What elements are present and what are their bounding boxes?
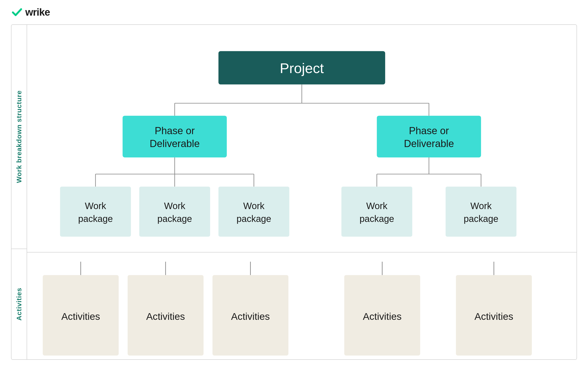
wbs-label-section: Work breakdown structure [11,25,27,249]
svg-rect-26 [445,187,516,237]
svg-text:package: package [78,214,113,224]
activities-section: Activities Activities Activities Activit… [27,252,577,360]
svg-rect-5 [123,116,227,157]
svg-rect-24 [341,187,412,237]
activities-diagram-svg: Activities Activities Activities Activit… [27,262,577,360]
activities-label-section: Activities [11,249,27,359]
wbs-label: Work breakdown structure [15,90,23,183]
header: wrike [0,0,588,24]
svg-rect-7 [377,116,481,157]
act1-text: Activities [61,311,100,322]
label-column: Work breakdown structure Activities [11,25,27,359]
act2-text: Activities [146,311,185,322]
wbs-section: Project Phase or Deliverable Phase or De… [27,25,577,252]
svg-text:package: package [464,214,498,224]
diagram-area: Project Phase or Deliverable Phase or De… [27,25,577,359]
svg-text:package: package [237,214,271,224]
project-node-text: Project [280,60,324,76]
act4-text: Activities [363,311,402,322]
svg-rect-16 [139,187,210,237]
phase-right-text: Phase or [409,125,449,136]
wp4-text: Work [366,201,387,211]
wbs-diagram-svg: Project Phase or Deliverable Phase or De… [45,38,558,243]
wp3-text: Work [243,201,265,211]
wp1-text: Work [85,201,106,211]
main-container: Work breakdown structure Activities Proj… [11,24,577,360]
activities-label: Activities [15,288,23,320]
wp5-text: Work [470,201,492,211]
wrike-wordmark: wrike [25,7,50,18]
wp2-text: Work [164,201,185,211]
svg-text:package: package [360,214,394,224]
act5-text: Activities [475,311,513,322]
svg-text:Deliverable: Deliverable [404,138,454,149]
svg-text:package: package [157,214,192,224]
svg-rect-18 [219,187,289,237]
wrike-logo-icon [11,8,23,16]
phase-left-text: Phase or [155,125,195,136]
svg-rect-14 [60,187,131,237]
wrike-logo: wrike [11,7,50,18]
act3-text: Activities [231,311,270,322]
svg-text:Deliverable: Deliverable [150,138,200,149]
